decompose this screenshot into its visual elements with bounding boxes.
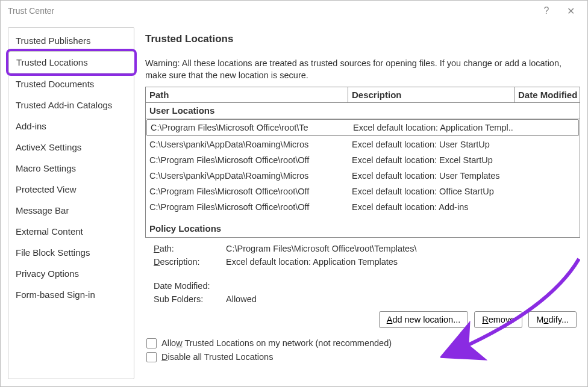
cell-desc: Excel default location: Office StartUp <box>348 184 514 199</box>
disable-all-label: Disable all Trusted Locations <box>161 352 273 362</box>
sidebar-item-trusted-locations[interactable]: Trusted Locations <box>8 51 134 73</box>
col-header-description[interactable]: Description <box>348 87 514 102</box>
detail-desc-label: Description: <box>154 257 226 267</box>
cell-date <box>514 152 580 168</box>
section-policy-locations: Policy Locations <box>146 215 580 237</box>
sidebar-item-macro-settings[interactable]: Macro Settings <box>8 158 134 179</box>
disable-all-checkbox-row[interactable]: Disable all Trusted Locations <box>145 350 580 364</box>
sidebar-item-trusted-documents[interactable]: Trusted Documents <box>8 73 134 94</box>
allow-network-checkbox-row[interactable]: Allow Trusted Locations on my network (n… <box>145 336 580 350</box>
col-header-date[interactable]: Date Modified <box>514 87 580 102</box>
cell-date <box>514 184 580 199</box>
cell-path: C:\Program Files\Microsoft Office\root\O… <box>146 152 348 168</box>
cell-path: C:\Program Files\Microsoft Office\root\O… <box>146 184 348 199</box>
sidebar-item-external-content[interactable]: External Content <box>8 221 134 242</box>
content-pane: Trusted Locations Warning: All these loc… <box>145 27 580 379</box>
sidebar-item-file-block-settings[interactable]: File Block Settings <box>8 242 134 263</box>
trust-center-dialog: Trust Center ? ✕ Trusted Publishers Trus… <box>0 0 588 387</box>
detail-path-value: C:\Program Files\Microsoft Office\root\T… <box>226 244 580 253</box>
table-row[interactable]: C:\Program Files\Microsoft Office\root\O… <box>146 152 580 168</box>
table-row[interactable]: C:\Program Files\Microsoft Office\root\T… <box>146 119 579 136</box>
warning-text: Warning: All these locations are treated… <box>145 57 580 82</box>
sidebar-item-form-based-signin[interactable]: Form-based Sign-in <box>8 284 134 305</box>
cell-date <box>514 199 580 215</box>
table-header: Path Description Date Modified <box>146 87 580 103</box>
titlebar: Trust Center ? ✕ <box>1 1 587 21</box>
close-icon[interactable]: ✕ <box>558 1 583 21</box>
section-user-locations: User Locations <box>146 103 580 119</box>
cell-desc: Excel default location: User StartUp <box>348 137 514 152</box>
cell-path: C:\Users\panki\AppData\Roaming\Micros <box>146 168 348 184</box>
cell-desc: Excel default location: Add-ins <box>348 199 514 215</box>
allow-network-label: Allow Trusted Locations on my network (n… <box>161 338 392 348</box>
page-title: Trusted Locations <box>145 33 580 45</box>
sidebar-item-protected-view[interactable]: Protected View <box>8 179 134 200</box>
detail-desc-value: Excel default location: Application Temp… <box>226 257 580 267</box>
sidebar-item-message-bar[interactable]: Message Bar <box>8 200 134 221</box>
col-header-path[interactable]: Path <box>146 87 348 102</box>
table-row[interactable]: C:\Program Files\Microsoft Office\root\O… <box>146 184 580 199</box>
cell-path: C:\Users\panki\AppData\Roaming\Micros <box>146 137 348 152</box>
cell-date <box>514 137 580 152</box>
detail-subfolders-label: Sub Folders: <box>154 294 226 304</box>
table-row[interactable]: C:\Users\panki\AppData\Roaming\Micros Ex… <box>146 168 580 184</box>
modify-button[interactable]: Modify... <box>528 311 577 328</box>
detail-subfolders-value: Allowed <box>226 294 580 304</box>
sidebar-item-trusted-addin-catalogs[interactable]: Trusted Add-in Catalogs <box>8 94 134 116</box>
table-row[interactable]: C:\Users\panki\AppData\Roaming\Micros Ex… <box>146 137 580 152</box>
sidebar-item-trusted-publishers[interactable]: Trusted Publishers <box>8 30 134 51</box>
remove-button[interactable]: Remove <box>474 311 522 328</box>
detail-path-label: Path: <box>154 244 226 253</box>
window-title: Trust Center <box>8 6 54 16</box>
cell-date <box>513 120 578 135</box>
detail-date-label: Date Modified: <box>154 281 226 291</box>
cell-desc: Excel default location: Excel StartUp <box>348 152 514 168</box>
table-row[interactable]: C:\Program Files\Microsoft Office\root\O… <box>146 199 580 215</box>
add-new-location-button[interactable]: Add new location... <box>379 311 469 328</box>
sidebar: Trusted Publishers Trusted Locations Tru… <box>8 27 134 379</box>
cell-path: C:\Program Files\Microsoft Office\root\T… <box>147 120 349 135</box>
sidebar-item-activex-settings[interactable]: ActiveX Settings <box>8 137 134 158</box>
sidebar-item-privacy-options[interactable]: Privacy Options <box>8 263 134 284</box>
locations-table: Path Description Date Modified User Loca… <box>145 87 580 238</box>
checkbox-icon[interactable] <box>146 338 157 348</box>
checkbox-icon[interactable] <box>146 352 157 362</box>
cell-desc: Excel default location: Application Temp… <box>349 120 513 135</box>
cell-desc: Excel default location: User Templates <box>348 168 514 184</box>
location-details: Path: C:\Program Files\Microsoft Office\… <box>145 238 580 304</box>
cell-date <box>514 168 580 184</box>
detail-date-value <box>226 281 580 291</box>
help-icon[interactable]: ? <box>534 1 558 21</box>
sidebar-item-add-ins[interactable]: Add-ins <box>8 116 134 137</box>
cell-path: C:\Program Files\Microsoft Office\root\O… <box>146 199 348 215</box>
